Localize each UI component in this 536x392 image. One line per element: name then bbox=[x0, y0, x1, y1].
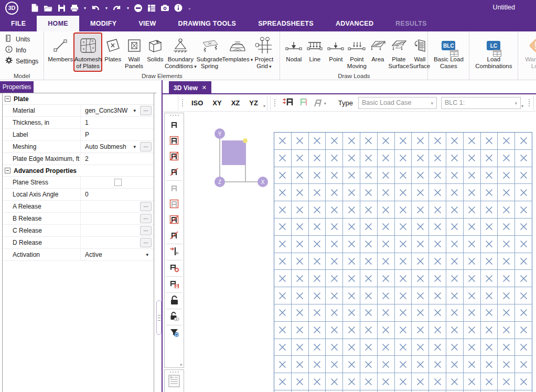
nodal-load-button[interactable]: Nodal bbox=[283, 32, 304, 66]
selection-filter-button[interactable] bbox=[165, 325, 184, 341]
grid-cell[interactable] bbox=[446, 287, 464, 304]
grid-cell[interactable] bbox=[292, 201, 309, 219]
grid-cell[interactable] bbox=[412, 356, 429, 373]
grid-cell[interactable] bbox=[274, 287, 292, 304]
loads-colored-icon[interactable] bbox=[300, 97, 307, 108]
grid-cell[interactable] bbox=[446, 201, 464, 219]
grid-cell[interactable] bbox=[395, 356, 412, 373]
members-button[interactable]: Members bbox=[47, 32, 73, 66]
grid-cell[interactable] bbox=[360, 133, 378, 150]
grid-cell[interactable] bbox=[309, 322, 326, 339]
grid-cell[interactable] bbox=[292, 133, 309, 150]
dropdown-arrow-icon[interactable]: ▾ bbox=[133, 108, 136, 113]
grid-cell[interactable] bbox=[343, 184, 360, 201]
grid-cell[interactable] bbox=[412, 304, 429, 322]
load-type-combo[interactable]: Basic Load Case bbox=[358, 97, 437, 109]
project-grid-button[interactable]: Project Grid bbox=[251, 32, 276, 72]
lock-unselected-button[interactable] bbox=[165, 309, 184, 325]
warning-log-button[interactable]: Warning Log bbox=[521, 32, 536, 72]
grid-cell[interactable] bbox=[412, 184, 429, 201]
grid-cell[interactable] bbox=[378, 133, 395, 150]
property-row-meshing[interactable]: MeshingAuto Submesh▾ bbox=[3, 141, 154, 153]
redo-icon[interactable] bbox=[112, 4, 122, 12]
grid-cell[interactable] bbox=[498, 236, 515, 253]
grid-cell[interactable] bbox=[292, 253, 309, 270]
panel-splitter[interactable] bbox=[156, 80, 163, 392]
open-file-icon[interactable] bbox=[44, 4, 53, 12]
grid-cell[interactable] bbox=[446, 150, 464, 167]
grid-cell[interactable] bbox=[464, 287, 481, 304]
grid-cell[interactable] bbox=[429, 219, 446, 236]
grid-cell[interactable] bbox=[326, 322, 343, 339]
close-tab-icon[interactable] bbox=[202, 84, 207, 91]
grid-cell[interactable] bbox=[343, 219, 360, 236]
properties-tab[interactable]: Properties bbox=[0, 81, 34, 93]
units-button[interactable]: Units bbox=[5, 35, 38, 43]
grid-cell[interactable] bbox=[292, 304, 309, 322]
grid-cell[interactable] bbox=[292, 339, 309, 356]
grid-cell[interactable] bbox=[395, 236, 412, 253]
tab-modify[interactable]: MODIFY bbox=[79, 16, 127, 31]
toolbar-grip-icon[interactable] bbox=[165, 370, 184, 374]
plate-surface-load-button[interactable]: Plate Surface bbox=[388, 32, 409, 72]
box-select-button[interactable] bbox=[165, 133, 184, 149]
grid-cell[interactable] bbox=[326, 201, 343, 219]
group-overflow-icon[interactable] bbox=[521, 100, 523, 110]
grid-cell[interactable] bbox=[515, 287, 532, 304]
grid-cell[interactable] bbox=[412, 150, 429, 167]
tab-view[interactable]: VIEW bbox=[127, 16, 167, 31]
wall-panels-button[interactable]: Wall Panels bbox=[123, 32, 145, 72]
automesh-of-plates-button[interactable]: Automesh of Plates bbox=[73, 32, 102, 72]
grid-cell[interactable] bbox=[464, 322, 481, 339]
grid-cell[interactable] bbox=[292, 356, 309, 373]
unlock-all-button[interactable] bbox=[165, 293, 184, 309]
grid-cell[interactable] bbox=[498, 339, 515, 356]
grid-cell[interactable] bbox=[446, 339, 464, 356]
grid-cell[interactable] bbox=[515, 253, 532, 270]
loads-style-dropdown-icon[interactable] bbox=[324, 97, 326, 107]
grid-cell[interactable] bbox=[378, 287, 395, 304]
grid-cell[interactable] bbox=[378, 236, 395, 253]
grid-cell[interactable] bbox=[343, 270, 360, 287]
area-load-button[interactable]: Area bbox=[367, 32, 388, 66]
group-overflow-icon[interactable] bbox=[263, 100, 265, 110]
property-row-label[interactable]: LabelP bbox=[3, 129, 154, 141]
grid-cell[interactable] bbox=[412, 339, 429, 356]
grid-cell[interactable] bbox=[309, 133, 326, 150]
blc-combo[interactable]: BLC 1: bbox=[441, 97, 521, 109]
redo-dropdown-icon[interactable]: ▾ bbox=[127, 6, 129, 10]
grid-cell[interactable] bbox=[412, 373, 429, 390]
grid-cell[interactable] bbox=[464, 236, 481, 253]
grid-cell[interactable] bbox=[343, 339, 360, 356]
loads-style-icon[interactable] bbox=[314, 97, 328, 108]
remove-spreadsheet-icon[interactable] bbox=[134, 4, 143, 13]
grid-cell[interactable] bbox=[481, 304, 498, 322]
grid-cell[interactable] bbox=[292, 150, 309, 167]
grid-cell[interactable] bbox=[378, 150, 395, 167]
grid-cell[interactable] bbox=[464, 150, 481, 167]
grid-cell[interactable] bbox=[412, 270, 429, 287]
grid-cell[interactable] bbox=[446, 184, 464, 201]
grid-cell[interactable] bbox=[360, 356, 378, 373]
grid-cell[interactable] bbox=[515, 322, 532, 339]
grid-cell[interactable] bbox=[309, 236, 326, 253]
property-group-header[interactable]: Plate bbox=[3, 93, 154, 105]
grid-cell[interactable] bbox=[360, 150, 378, 167]
grid-cell[interactable] bbox=[515, 339, 532, 356]
grid-cell[interactable] bbox=[360, 236, 378, 253]
grid-cell[interactable] bbox=[515, 150, 532, 167]
grid-cell[interactable] bbox=[515, 133, 532, 150]
grid-cell[interactable] bbox=[360, 253, 378, 270]
tab-results[interactable]: RESULTS bbox=[384, 16, 438, 31]
snapshot-icon[interactable] bbox=[160, 4, 169, 12]
grid-cell[interactable] bbox=[378, 356, 395, 373]
grid-cell[interactable] bbox=[360, 219, 378, 236]
grid-cell[interactable] bbox=[274, 373, 292, 390]
grid-cell[interactable] bbox=[274, 150, 292, 167]
grid-cell[interactable] bbox=[360, 287, 378, 304]
grid-cell[interactable] bbox=[395, 322, 412, 339]
grid-cell[interactable] bbox=[429, 236, 446, 253]
grid-cell[interactable] bbox=[360, 167, 378, 184]
grid-cell[interactable] bbox=[446, 373, 464, 390]
grid-cell[interactable] bbox=[481, 253, 498, 270]
